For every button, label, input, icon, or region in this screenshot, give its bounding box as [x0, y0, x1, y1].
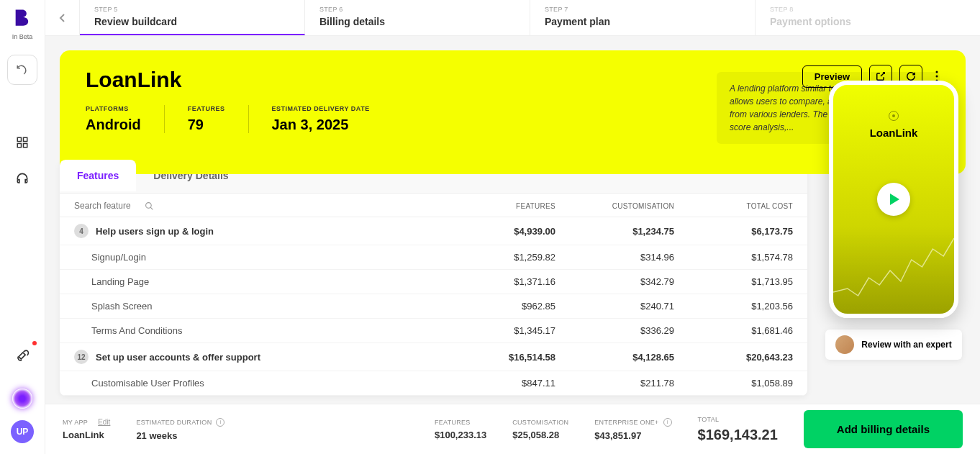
table-row[interactable]: Landing Page$1,371.16$342.79$1,713.95	[60, 270, 807, 294]
row-name: Help users sign up & login	[96, 226, 214, 237]
svg-point-4	[936, 71, 938, 73]
play-button[interactable]	[877, 183, 910, 216]
back-button[interactable]	[45, 0, 80, 35]
edit-link[interactable]: Edit	[98, 418, 110, 426]
customisation-label: CUSTOMISATION	[512, 419, 568, 426]
search-icon	[145, 201, 154, 211]
left-sidebar: In Beta UP	[0, 0, 45, 454]
info-icon[interactable]: i	[216, 418, 224, 427]
step-bar: STEP 5Review buildcardSTEP 6Billing deta…	[45, 0, 980, 36]
step-title: Payment options	[770, 16, 966, 27]
search-input[interactable]	[74, 201, 139, 211]
row-customisation-cost: $1,234.75	[555, 226, 674, 237]
expert-avatar	[835, 335, 854, 354]
column-header-customisation: CUSTOMISATION	[555, 202, 674, 210]
features-label: FEATURES	[435, 419, 486, 426]
column-header-features: FEATURES	[437, 202, 555, 210]
my-app-label: MY APP	[63, 419, 88, 426]
headset-icon[interactable]	[8, 164, 37, 193]
svg-rect-1	[24, 137, 27, 141]
step-6[interactable]: STEP 6Billing details	[305, 0, 530, 35]
beta-label: In Beta	[12, 33, 33, 40]
step-number: STEP 8	[770, 6, 966, 13]
target-icon	[889, 111, 899, 121]
step-number: STEP 5	[94, 6, 290, 13]
meta-label: PLATFORMS	[86, 105, 141, 112]
meta-label: ESTIMATED DELIVERY DATE	[272, 105, 370, 112]
meta-value: 79	[188, 117, 225, 133]
row-total-cost: $1,574.78	[674, 252, 793, 263]
meta-label: FEATURES	[188, 105, 225, 112]
row-features-cost: $1,259.82	[437, 252, 555, 263]
row-customisation-cost: $240.71	[555, 301, 674, 312]
total-label: TOTAL	[698, 416, 778, 423]
meta-value: Jan 3, 2025	[272, 117, 370, 133]
step-number: STEP 6	[319, 6, 515, 13]
count-badge: 4	[74, 224, 89, 238]
user-avatar[interactable]: UP	[11, 420, 34, 443]
svg-rect-2	[17, 144, 21, 147]
svg-rect-3	[24, 144, 27, 147]
row-customisation-cost: $342.79	[555, 276, 674, 287]
meta-value: Android	[86, 117, 141, 133]
main-content: LoanLink PLATFORMSAndroidFEATURES79ESTIM…	[45, 36, 980, 404]
my-app-value: LoanLink	[63, 430, 110, 440]
duration-value: 21 weeks	[136, 430, 224, 441]
review-with-expert-button[interactable]: Review with an expert	[825, 330, 961, 360]
grid-icon[interactable]	[8, 128, 37, 157]
row-name: Landing Page	[91, 276, 149, 287]
meta-block: PLATFORMSAndroid	[86, 105, 165, 133]
notification-dot	[31, 340, 38, 347]
step-7[interactable]: STEP 7Payment plan	[530, 0, 756, 35]
step-title: Review buildcard	[94, 16, 290, 27]
grand-total: $169,143.21	[698, 427, 778, 443]
phone-preview: LoanLink	[829, 81, 958, 318]
enterprise-total: $43,851.97	[594, 430, 671, 441]
row-features-cost: $962.85	[437, 301, 555, 312]
table-group-row[interactable]: 12Set up user accounts & offer support$1…	[60, 343, 807, 371]
step-8[interactable]: STEP 8Payment options	[756, 0, 980, 35]
ai-orb-icon[interactable]	[12, 389, 32, 409]
row-total-cost: $1,681.46	[674, 325, 793, 336]
row-customisation-cost: $336.29	[555, 325, 674, 336]
table-group-row[interactable]: 4Help users sign up & login$4,939.00$1,2…	[60, 217, 807, 245]
meta-block: ESTIMATED DELIVERY DATEJan 3, 2025	[272, 105, 393, 133]
row-features-cost: $1,345.17	[437, 325, 555, 336]
brand-logo	[12, 7, 32, 27]
row-total-cost: $1,058.89	[674, 378, 793, 389]
footer-bar: MY APPEdit LoanLink ESTIMATED DURATIONi …	[45, 404, 980, 454]
table-row[interactable]: Customisable User Profiles$847.11$211.78…	[60, 371, 807, 396]
svg-rect-0	[17, 137, 21, 141]
phone-app-name: LoanLink	[870, 127, 918, 139]
table-row[interactable]: Terms And Conditions$1,345.17$336.29$1,6…	[60, 319, 807, 343]
row-total-cost: $20,643.23	[674, 352, 793, 363]
meta-block: FEATURES79	[188, 105, 249, 133]
app-name-heading: LoanLink	[86, 68, 695, 92]
expert-label: Review with an expert	[861, 340, 951, 350]
tab-features[interactable]: Features	[60, 160, 136, 191]
add-billing-button[interactable]: Add billing details	[804, 410, 963, 448]
row-customisation-cost: $211.78	[555, 378, 674, 389]
row-total-cost: $1,203.56	[674, 301, 793, 312]
step-number: STEP 7	[545, 6, 740, 13]
row-total-cost: $6,173.75	[674, 226, 793, 237]
row-customisation-cost: $4,128.65	[555, 352, 674, 363]
row-name: Set up user accounts & offer support	[96, 352, 260, 363]
row-features-cost: $1,371.16	[437, 276, 555, 287]
undo-button[interactable]	[7, 55, 37, 85]
step-5[interactable]: STEP 5Review buildcard	[80, 0, 305, 35]
row-features-cost: $847.11	[437, 378, 555, 389]
table-row[interactable]: Signup/Login$1,259.82$314.96$1,574.78	[60, 245, 807, 270]
row-name: Terms And Conditions	[91, 325, 182, 336]
svg-point-7	[146, 202, 152, 208]
rocket-icon[interactable]	[8, 341, 37, 370]
column-header-total: TOTAL COST	[674, 202, 793, 210]
features-table-card: Features Delivery Details FEATURES CUSTO…	[60, 160, 807, 396]
table-row[interactable]: Splash Screen$962.85$240.71$1,203.56	[60, 294, 807, 319]
row-name: Splash Screen	[91, 301, 153, 312]
info-icon[interactable]: i	[663, 418, 672, 427]
row-total-cost: $1,713.95	[674, 276, 793, 287]
count-badge: 12	[74, 350, 89, 364]
step-title: Billing details	[319, 16, 515, 27]
row-features-cost: $4,939.00	[437, 226, 555, 237]
